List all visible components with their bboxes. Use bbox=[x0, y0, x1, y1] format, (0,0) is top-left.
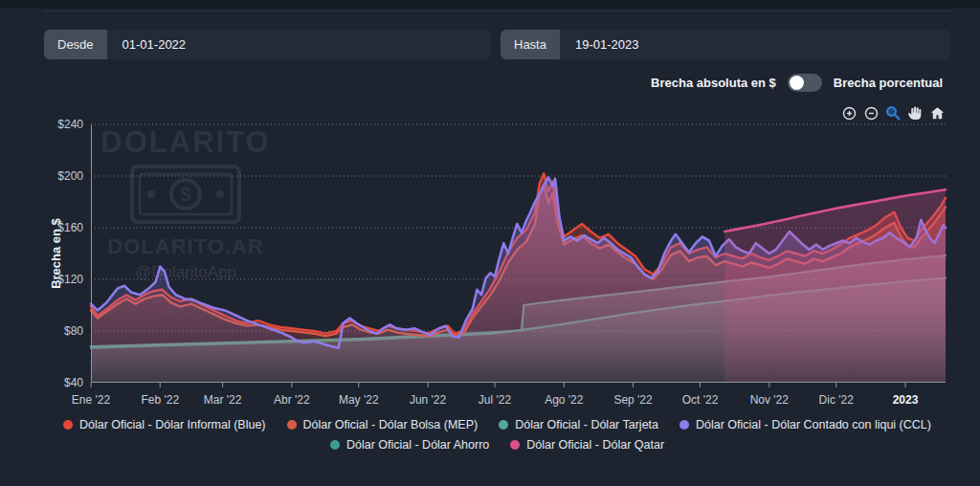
brecha-mode-toggle-row: Brecha absoluta en $ Brecha porcentual bbox=[651, 74, 943, 92]
hasta-date-input[interactable]: 19-01-2023 bbox=[560, 30, 951, 59]
y-tick-label: $240 bbox=[31, 118, 83, 131]
x-tick-label: Jun '22 bbox=[390, 393, 466, 407]
hasta-label: Hasta bbox=[501, 30, 560, 59]
x-tick-label: May '22 bbox=[321, 393, 397, 407]
legend-label: Dólar Oficial - Dólar Ahorro bbox=[346, 438, 489, 452]
legend-dot-ccl bbox=[679, 420, 689, 430]
legend-row: Dólar Oficial - Dólar Informal (Blue)Dól… bbox=[63, 418, 931, 431]
y-tick-label: $200 bbox=[31, 169, 83, 183]
legend-item-tarjeta[interactable]: Dólar Oficial - Dólar Tarjeta bbox=[499, 418, 658, 431]
top-strip bbox=[0, 0, 980, 9]
x-tick-label: Nov '22 bbox=[731, 393, 808, 407]
dolarito-brecha-page: Desde 01-01-2022 Hasta 19-01-2023 Brecha… bbox=[0, 0, 980, 486]
legend-dot-informal_blue bbox=[63, 420, 73, 430]
date-range-from: Desde 01-01-2022 bbox=[44, 30, 491, 59]
legend-item-qatar[interactable]: Dólar Oficial - Dólar Qatar bbox=[510, 438, 664, 452]
zoom-out-icon bbox=[863, 105, 880, 122]
desde-label: Desde bbox=[44, 30, 107, 59]
chart-legend: Dólar Oficial - Dólar Informal (Blue)Dól… bbox=[43, 418, 951, 452]
toggle-left-label: Brecha absoluta en $ bbox=[651, 76, 776, 90]
x-tick-label: 2023 bbox=[867, 393, 944, 407]
pan-button[interactable] bbox=[906, 104, 924, 122]
chart-plot-area[interactable] bbox=[91, 124, 946, 383]
home-icon bbox=[929, 105, 946, 122]
x-tick-label: Oct '22 bbox=[662, 393, 739, 407]
legend-item-informal_blue[interactable]: Dólar Oficial - Dólar Informal (Blue) bbox=[63, 418, 266, 431]
reset-axes-button[interactable] bbox=[928, 104, 946, 122]
legend-row: Dólar Oficial - Dólar AhorroDólar Oficia… bbox=[330, 438, 664, 452]
magnifier-icon bbox=[884, 104, 902, 122]
toggle-right-label: Brecha porcentual bbox=[834, 76, 943, 90]
legend-dot-tarjeta bbox=[499, 420, 508, 430]
legend-item-bolsa_mep[interactable]: Dólar Oficial - Dólar Bolsa (MEP) bbox=[287, 418, 479, 431]
x-tick-label: Ago '22 bbox=[525, 393, 602, 407]
legend-label: Dólar Oficial - Dólar Informal (Blue) bbox=[79, 418, 266, 431]
y-tick-label: $40 bbox=[31, 376, 83, 389]
x-tick-label: Abr '22 bbox=[254, 393, 330, 407]
legend-item-ccl[interactable]: Dólar Oficial - Dólar Contado con liqui … bbox=[679, 418, 931, 431]
date-range-to: Hasta 19-01-2023 bbox=[501, 30, 951, 59]
chart-toolbar bbox=[840, 104, 946, 122]
legend-item-ahorro[interactable]: Dólar Oficial - Dólar Ahorro bbox=[330, 438, 489, 452]
box-zoom-button[interactable] bbox=[884, 104, 902, 122]
legend-label: Dólar Oficial - Dólar Bolsa (MEP) bbox=[303, 418, 479, 431]
zoom-out-button[interactable] bbox=[862, 104, 880, 122]
desde-date-input[interactable]: 01-01-2022 bbox=[107, 30, 491, 59]
x-tick-label: Jul '22 bbox=[457, 393, 533, 407]
legend-dot-ahorro bbox=[330, 440, 340, 450]
legend-dot-qatar bbox=[510, 440, 520, 450]
header-divider bbox=[43, 11, 951, 11]
legend-dot-bolsa_mep bbox=[287, 420, 297, 430]
legend-label: Dólar Oficial - Dólar Tarjeta bbox=[515, 418, 658, 431]
switch-knob bbox=[790, 76, 804, 90]
zoom-in-icon bbox=[841, 105, 858, 122]
y-tick-label: $80 bbox=[31, 324, 83, 338]
y-tick-label: $120 bbox=[31, 273, 83, 286]
legend-label: Dólar Oficial - Dólar Contado con liqui … bbox=[696, 418, 931, 431]
hand-icon bbox=[907, 105, 924, 122]
zoom-in-button[interactable] bbox=[840, 104, 858, 122]
x-tick-label: Sep '22 bbox=[595, 393, 672, 407]
y-tick-label: $160 bbox=[31, 221, 83, 234]
series-area-qatar bbox=[724, 189, 946, 383]
x-tick-label: Dic '22 bbox=[798, 393, 875, 407]
x-tick-label: Mar '22 bbox=[185, 393, 261, 407]
x-tick-label: Ene '22 bbox=[53, 393, 129, 407]
brecha-mode-switch[interactable] bbox=[788, 74, 822, 92]
legend-label: Dólar Oficial - Dólar Qatar bbox=[526, 438, 664, 452]
